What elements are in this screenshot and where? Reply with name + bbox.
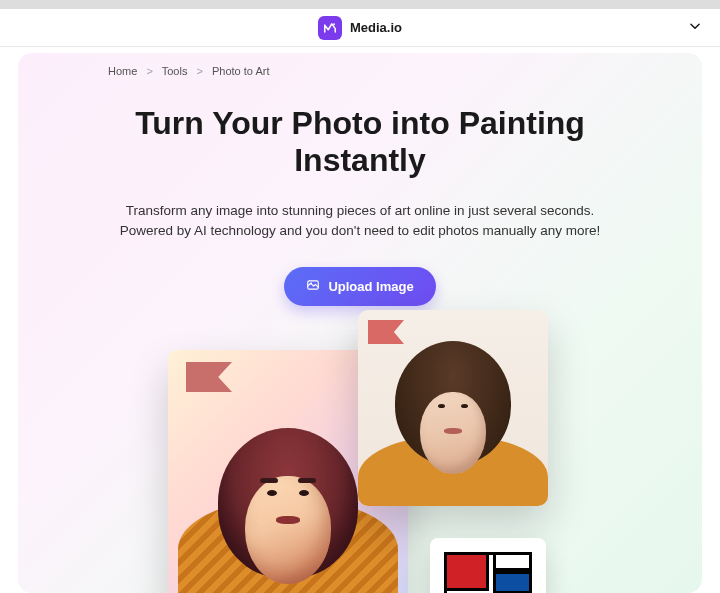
breadcrumb-separator: >	[196, 65, 202, 77]
example-original-photo	[358, 310, 548, 506]
breadcrumb-tools[interactable]: Tools	[162, 65, 188, 77]
window-top-strip	[0, 0, 720, 9]
upload-button-label: Upload Image	[328, 279, 413, 294]
title-line-1: Turn Your Photo into Painting	[135, 105, 585, 141]
site-header: Media.io	[0, 9, 720, 47]
page-subtitle: Transform any image into stunning pieces…	[18, 201, 702, 242]
breadcrumb-current: Photo to Art	[212, 65, 269, 77]
subtitle-line-1: Transform any image into stunning pieces…	[126, 203, 595, 218]
page-title: Turn Your Photo into Painting Instantly	[18, 105, 702, 179]
example-gallery	[18, 330, 702, 593]
chevron-down-icon[interactable]	[688, 19, 702, 37]
svg-point-0	[333, 23, 335, 25]
breadcrumb-separator: >	[146, 65, 152, 77]
example-style-tile	[430, 538, 546, 593]
brand-name: Media.io	[350, 20, 402, 35]
upload-image-button[interactable]: Upload Image	[284, 267, 435, 306]
upload-icon	[306, 278, 320, 295]
brand[interactable]: Media.io	[318, 16, 402, 40]
hero-section: Home > Tools > Photo to Art Turn Your Ph…	[18, 53, 702, 593]
brand-logo-icon	[318, 16, 342, 40]
breadcrumb: Home > Tools > Photo to Art	[18, 53, 702, 77]
title-line-2: Instantly	[294, 142, 426, 178]
svg-point-2	[311, 283, 313, 285]
subtitle-line-2: Powered by AI technology and you don't n…	[120, 223, 601, 238]
breadcrumb-home[interactable]: Home	[108, 65, 137, 77]
